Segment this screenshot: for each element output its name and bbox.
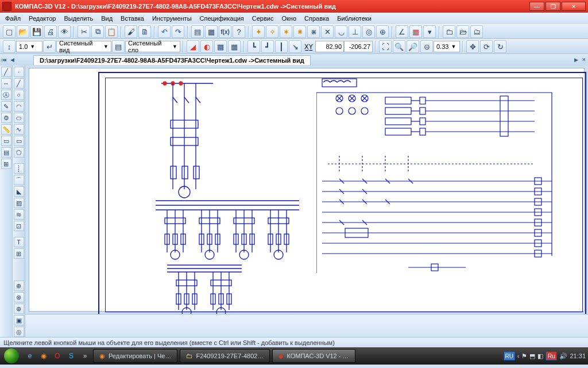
- task-explorer[interactable]: 🗀F2409219-27E7-4802…: [180, 349, 270, 363]
- ellipse-icon[interactable]: ⬭: [14, 113, 24, 123]
- undo-icon[interactable]: ↶: [158, 25, 171, 38]
- layer-toggle-icon[interactable]: ▤: [112, 40, 125, 53]
- aux-line-icon[interactable]: ┊: [14, 163, 24, 174]
- extra4-icon[interactable]: ▣: [14, 315, 24, 325]
- task-firefox[interactable]: ◉Редактировать | Че…: [93, 349, 177, 363]
- equid-icon[interactable]: ≋: [14, 209, 24, 220]
- lib1-icon[interactable]: 🗀: [443, 25, 455, 38]
- extra1-icon[interactable]: ⊕: [14, 281, 24, 291]
- redraw-icon[interactable]: ↻: [494, 40, 506, 53]
- zoom-out-icon[interactable]: ⊖: [420, 40, 433, 53]
- grid-icon[interactable]: ▩: [214, 40, 227, 53]
- coord-y-box[interactable]: -206.27: [344, 41, 373, 52]
- cut-icon[interactable]: ✂: [78, 25, 90, 38]
- props-icon[interactable]: 🗎: [138, 25, 151, 38]
- zoom-combo[interactable]: 0.33▼: [434, 41, 460, 52]
- snap-node-icon[interactable]: ⊕: [376, 25, 389, 38]
- copy-icon[interactable]: ⧉: [91, 25, 104, 38]
- text-icon[interactable]: T: [14, 237, 24, 247]
- menu-insert[interactable]: Вставка: [117, 14, 148, 23]
- menu-window[interactable]: Окно: [277, 14, 300, 23]
- view-combo[interactable]: Системный вид▼: [56, 41, 111, 52]
- lib3-icon[interactable]: 🗂: [470, 25, 483, 38]
- gcs-icon[interactable]: ┃: [275, 40, 288, 53]
- spec2-icon[interactable]: ▦: [205, 25, 218, 38]
- clock[interactable]: 21:31: [570, 352, 586, 359]
- snap-perp-icon[interactable]: ⊥: [349, 25, 361, 38]
- snap3-icon[interactable]: ✶: [280, 25, 292, 38]
- select-icon[interactable]: ▭: [1, 136, 11, 146]
- quicklaunch-chevrons-icon[interactable]: »: [79, 350, 91, 362]
- paste-icon[interactable]: 📋: [105, 25, 118, 38]
- measure-icon[interactable]: 📏: [1, 124, 11, 135]
- axis-icon[interactable]: ┗: [247, 40, 260, 53]
- ortho-icon[interactable]: ◢: [187, 40, 199, 53]
- scale-combo[interactable]: 1.0▼: [16, 41, 42, 52]
- new-doc-icon[interactable]: ▢: [3, 25, 16, 38]
- save-icon[interactable]: 💾: [30, 25, 43, 38]
- polygon-icon[interactable]: ⬠: [14, 147, 24, 158]
- extra2-icon[interactable]: ⊗: [14, 292, 24, 302]
- spec-icon[interactable]: ▤: [191, 25, 204, 38]
- quicklaunch-firefox-icon[interactable]: ◉: [38, 350, 49, 362]
- fillet-icon[interactable]: ⌒: [14, 175, 24, 185]
- maximize-button[interactable]: ❐: [546, 2, 560, 11]
- menu-libraries[interactable]: Библиотеки: [333, 14, 376, 23]
- close-button[interactable]: ✕: [562, 2, 586, 11]
- properties-panel[interactable]: [25, 314, 588, 337]
- menu-service[interactable]: Сервис: [248, 14, 278, 23]
- lcs-icon[interactable]: ┛: [261, 40, 274, 53]
- extra3-icon[interactable]: ⊛: [14, 304, 24, 314]
- tab-close[interactable]: ✕: [580, 56, 588, 64]
- grid2-icon[interactable]: ▦: [228, 40, 241, 53]
- rect-icon[interactable]: ▭: [14, 136, 24, 146]
- snap-cen-icon[interactable]: ◎: [362, 25, 375, 38]
- quicklaunch-skype-icon[interactable]: S: [65, 350, 77, 362]
- menu-help[interactable]: Справка: [300, 14, 333, 23]
- geom-icon[interactable]: ╱: [1, 67, 11, 77]
- redo-icon[interactable]: ↷: [172, 25, 184, 38]
- brush-icon[interactable]: 🖌: [125, 25, 137, 38]
- snap-tan-icon[interactable]: ◡: [335, 25, 347, 38]
- document-tab[interactable]: D:\загрузки\F2409219-27E7-4802-98A8-A5FD…: [33, 55, 311, 65]
- whatsthis-icon[interactable]: ?: [233, 25, 245, 38]
- extra5-icon[interactable]: ◎: [14, 327, 24, 337]
- tray-volume-icon[interactable]: 🔊: [559, 352, 567, 360]
- snap-icon[interactable]: ↘: [289, 40, 301, 53]
- tray-icon[interactable]: ◧: [537, 352, 543, 360]
- round-icon[interactable]: ◐: [200, 40, 213, 53]
- menu-editor[interactable]: Редактор: [25, 14, 60, 23]
- minimize-button[interactable]: —: [529, 2, 544, 11]
- fx-icon[interactable]: f(x): [219, 25, 231, 38]
- arc-icon[interactable]: ◠: [14, 101, 24, 112]
- task-kompas[interactable]: ◆КОМПАС-3D V12 - …: [272, 349, 355, 363]
- snap1-icon[interactable]: ✦: [252, 25, 265, 38]
- snap4-icon[interactable]: ✷: [293, 25, 306, 38]
- circle-icon[interactable]: ○: [14, 90, 24, 100]
- assoc-icon[interactable]: ⊞: [1, 159, 11, 169]
- open-icon[interactable]: 📂: [17, 25, 29, 38]
- menu-select[interactable]: Выделить: [60, 14, 97, 23]
- menu-spec[interactable]: Спецификация: [196, 14, 248, 23]
- desig-icon[interactable]: Ⓐ: [1, 90, 11, 100]
- quicklaunch-ie-icon[interactable]: e: [24, 350, 36, 362]
- hatch-icon[interactable]: ▨: [14, 198, 24, 208]
- quicklaunch-opera-icon[interactable]: O: [52, 350, 63, 362]
- start-button[interactable]: [0, 347, 23, 365]
- tray-icon[interactable]: ⬒: [529, 352, 535, 360]
- snap-ang-icon[interactable]: ∠: [396, 25, 408, 38]
- menu-file[interactable]: Файл: [1, 14, 25, 23]
- tab-nav-next[interactable]: ▶: [572, 56, 580, 64]
- lang-indicator-2[interactable]: Ru: [546, 351, 557, 361]
- point-icon[interactable]: ·: [14, 67, 24, 77]
- dim-icon[interactable]: ↔: [1, 78, 11, 89]
- tab-nav-prev[interactable]: ◀: [8, 56, 16, 64]
- edit-icon[interactable]: ✎: [1, 101, 11, 112]
- snap-drop-icon[interactable]: ▾: [423, 25, 436, 38]
- menu-tools[interactable]: Инструменты: [148, 14, 196, 23]
- table-icon[interactable]: ⊞: [14, 248, 24, 259]
- tray-icon[interactable]: ⚑: [521, 352, 527, 360]
- snap-mid-icon[interactable]: ⋇: [307, 25, 320, 38]
- snap2-icon[interactable]: ✧: [266, 25, 278, 38]
- param-icon[interactable]: ⚙: [1, 113, 11, 123]
